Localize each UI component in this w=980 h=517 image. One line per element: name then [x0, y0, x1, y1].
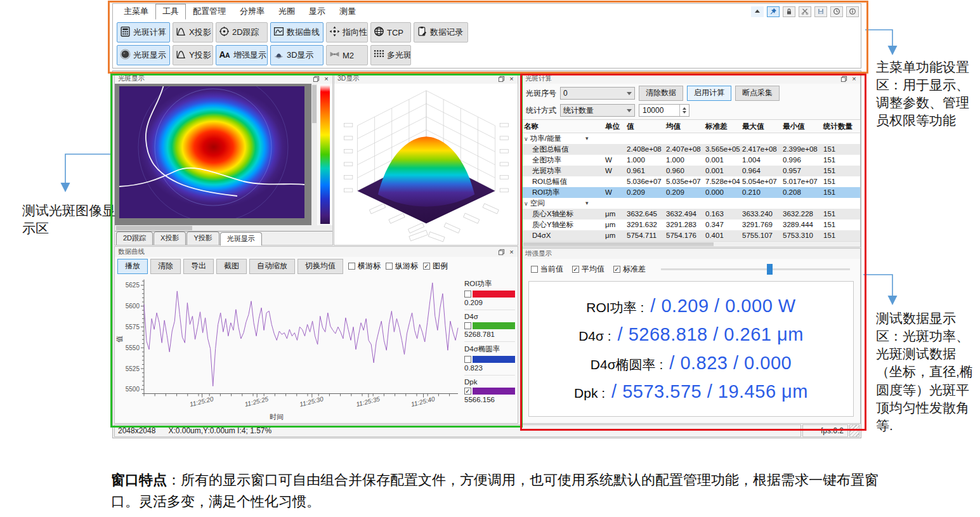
collapse-icon[interactable] [751, 6, 764, 17]
close-icon[interactable]: × [507, 248, 516, 256]
curve-panel-title: 数据曲线 [118, 247, 145, 256]
big-value-label: D4σ椭圆率 : [591, 356, 663, 374]
ribbon-button-spot-display[interactable]: 光斑显示 [117, 45, 170, 65]
checkbox-icon[interactable] [348, 263, 355, 270]
legend-checkbox[interactable] [464, 322, 471, 329]
table-scrollbar[interactable] [522, 241, 860, 247]
table-row-质心X轴坐标[interactable]: 质心X轴坐标μm3632.6453632.4940.1633633.240363… [522, 209, 860, 219]
menu-item-2[interactable]: 工具 [155, 4, 186, 20]
table-row-ROI总幅值[interactable]: ROI总幅值5.036e+075.035e+077.528e+045.054e+… [522, 176, 860, 187]
cut-icon[interactable] [799, 6, 811, 17]
group-row-空间[interactable]: ∨ 空间▾ [522, 198, 860, 209]
ribbon-button-data-record[interactable]: 数据记录 [414, 22, 468, 43]
big-values-box: ROI功率 :/ 0.209 / 0.000 WD4σ :/ 5268.818 … [528, 281, 854, 417]
enhance-slider[interactable] [661, 268, 850, 270]
column-header-值: 值 [625, 120, 664, 133]
ribbon-button-m2[interactable]: M2 [326, 45, 368, 65]
close-icon[interactable]: × [322, 75, 330, 82]
stat-mode-select[interactable]: 统计数量 [560, 104, 635, 117]
curve-panel-titlebar: 数据曲线 × [115, 247, 518, 257]
history-icon[interactable] [830, 6, 843, 17]
enhance-checkbox-当前值[interactable]: 当前值 [531, 264, 563, 275]
svg-text:5500: 5500 [126, 386, 140, 393]
cell: 5755.107 [740, 230, 781, 241]
table-row-质心Y轴坐标[interactable]: 质心Y轴坐标μm3291.6323291.2830.3473291.769328… [522, 219, 860, 230]
menu-item-5[interactable]: 光圈 [271, 4, 302, 20]
cell: 2.407e+08 [664, 144, 703, 155]
checkbox-icon[interactable]: ✓ [572, 266, 579, 273]
legend-checkbox[interactable] [464, 356, 471, 363]
spot-index-select[interactable]: 0 [560, 87, 635, 100]
table-row-ROI功率[interactable]: ROI功率W0.2090.2090.0000.2100.208151 [522, 187, 860, 198]
ribbon-button-2d-track[interactable]: 2D跟踪 [216, 22, 268, 43]
menu-item-7[interactable]: 测量 [332, 4, 363, 20]
table-row-D4σX[interactable]: D4σXμm5754.7115754.1760.4015755.1075753.… [522, 230, 860, 241]
cell: 3632.228 [781, 209, 821, 219]
float-icon[interactable] [497, 248, 506, 256]
cell: 1.004 [740, 155, 781, 166]
menu-item-6[interactable]: 显示 [302, 4, 332, 20]
tab-光斑显示[interactable]: 光斑显示 [220, 232, 262, 245]
ribbon-button-globe[interactable]: TCP [370, 22, 411, 43]
enhance-checkbox-平均值[interactable]: ✓平均值 [572, 264, 604, 275]
resize-grip[interactable] [849, 424, 859, 437]
legend-checkbox[interactable]: ✓ [464, 388, 471, 395]
ribbon-button-enhanced-display[interactable]: AA增强显示 [216, 45, 268, 65]
slider-handle[interactable] [767, 264, 773, 275]
curve-button-清除[interactable]: 清除 [150, 259, 181, 274]
ribbon-button-pointing[interactable]: 指向性 [326, 22, 368, 43]
menu-item-3[interactable]: 配置管理 [186, 4, 233, 20]
float-icon[interactable] [840, 75, 848, 82]
curve-button-切换均值[interactable]: 切换均值 [297, 259, 343, 274]
svg-text:11:25:20: 11:25:20 [189, 395, 214, 408]
menu-item-1[interactable]: 主菜单 [117, 4, 155, 20]
lock-icon[interactable] [783, 6, 795, 17]
ribbon-button-3d-display[interactable]: 3D显示 [270, 45, 323, 65]
clear-data-button[interactable]: 清除数据 [639, 86, 683, 101]
menu-item-4[interactable]: 分辨率 [233, 4, 271, 20]
table-row-光斑功率[interactable]: 光斑功率W0.9610.9600.0010.9640.957151 [522, 166, 860, 176]
curve-checkbox-纵游标[interactable]: 纵游标 [386, 261, 418, 272]
vertical-scrollbar[interactable] [311, 84, 317, 225]
enable-calc-button[interactable]: 启用计算 [687, 86, 731, 101]
curve-button-导出[interactable]: 导出 [183, 259, 214, 274]
tab-Y投影[interactable]: Y投影 [186, 232, 219, 245]
breakpoint-capture-button[interactable]: 断点采集 [735, 86, 780, 101]
ribbon-button-label: 指向性 [343, 27, 367, 38]
tab-X投影[interactable]: X投影 [154, 232, 186, 245]
curve-button-播放[interactable]: 播放 [117, 259, 148, 274]
checkbox-icon[interactable]: ✓ [423, 263, 430, 270]
ribbon-button-calculator[interactable]: 光斑计算 [117, 22, 170, 43]
curve-checkbox-横游标[interactable]: 横游标 [348, 261, 381, 272]
ribbon-button-multi-spot[interactable]: 多光斑 [370, 45, 411, 65]
legend-checkbox[interactable] [464, 291, 471, 298]
ribbon-button-data-curve[interactable]: 数据曲线 [270, 22, 323, 43]
save-icon[interactable] [814, 6, 827, 17]
legend-item-D4σ椭圆率: D4σ椭圆率0.823 [464, 342, 515, 376]
checkbox-icon[interactable] [386, 263, 393, 270]
close-icon[interactable]: × [507, 75, 516, 82]
info-icon[interactable] [846, 6, 859, 17]
close-icon[interactable]: × [850, 75, 858, 82]
float-icon[interactable] [497, 75, 506, 82]
enhance-checkbox-标准差[interactable]: ✓标准差 [613, 264, 646, 275]
ribbon-button-y-projection[interactable]: Y投影 [173, 45, 213, 65]
group-row-功率/能量[interactable]: ∨ 功率/能量▾ [522, 133, 860, 144]
checkbox-icon[interactable]: ✓ [613, 266, 620, 273]
table-row-全图功率[interactable]: 全图功率W1.0001.0000.0011.0040.996151 [522, 155, 860, 166]
checkbox-icon[interactable] [531, 266, 538, 273]
curve-checkbox-图例[interactable]: ✓图例 [423, 261, 448, 272]
cell: 5753.310 [781, 230, 821, 241]
float-icon[interactable] [312, 75, 320, 82]
curve-button-截图[interactable]: 截图 [216, 259, 247, 274]
table-row-全图总幅值[interactable]: 全图总幅值2.408e+082.407e+083.565e+052.417e+0… [522, 144, 860, 155]
stat-count-input[interactable]: 10000 [639, 104, 689, 117]
cell [603, 144, 625, 155]
legend-value: 5268.781 [464, 330, 515, 338]
3d-surface-plot [334, 84, 518, 245]
ribbon-button-x-projection[interactable]: X投影 [173, 22, 213, 43]
curve-button-自动缩放[interactable]: 自动缩放 [249, 259, 295, 274]
cell: 151 [821, 144, 854, 155]
horizontal-scrollbar[interactable] [115, 225, 332, 231]
pin-icon[interactable] [767, 6, 780, 17]
